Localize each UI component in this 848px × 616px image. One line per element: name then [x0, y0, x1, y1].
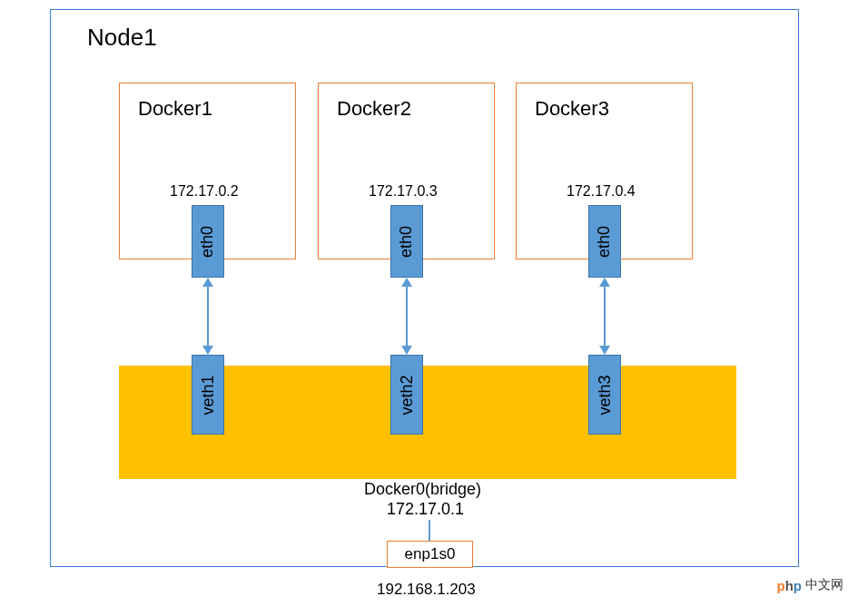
php-logo-icon: php [776, 578, 802, 593]
bridge-ip: 172.17.0.1 [387, 500, 464, 519]
eth0-label: eth0 [199, 225, 218, 257]
veth-label: veth2 [398, 375, 417, 415]
watermark-text: 中文网 [805, 577, 843, 593]
link-arrow-3 [604, 287, 606, 346]
container-ip: 172.17.0.4 [567, 183, 636, 200]
veth-label: veth1 [199, 375, 218, 415]
veth2-box: veth2 [390, 355, 423, 435]
container-title: Docker3 [535, 97, 609, 121]
arrow-down-icon [202, 346, 213, 355]
host-ip: 192.168.1.203 [377, 581, 476, 599]
watermark: php 中文网 [776, 577, 843, 593]
eth0-box-2: eth0 [390, 205, 423, 278]
link-arrow-2 [406, 287, 408, 346]
arrow-up-icon [599, 278, 610, 287]
eth0-label: eth0 [398, 225, 417, 257]
veth3-box: veth3 [588, 355, 621, 435]
arrow-down-icon [599, 346, 610, 355]
veth1-box: veth1 [192, 355, 224, 435]
container-title: Docker2 [337, 97, 411, 121]
eth0-label: eth0 [596, 225, 615, 257]
container-ip: 172.17.0.2 [170, 183, 239, 200]
host-interface: enp1s0 [387, 541, 473, 568]
container-ip: 172.17.0.3 [369, 183, 438, 200]
node-box: Node1 Docker1 172.17.0.2 eth0 Docker2 17… [50, 9, 799, 567]
bridge-host-link [429, 520, 430, 541]
eth0-box-3: eth0 [588, 205, 621, 278]
link-arrow-1 [207, 287, 209, 346]
container-title: Docker1 [138, 97, 212, 121]
arrow-down-icon [401, 346, 412, 355]
bridge-label: Docker0(bridge) [364, 480, 481, 499]
node-title: Node1 [87, 24, 157, 52]
veth-label: veth3 [596, 375, 615, 415]
arrow-up-icon [401, 278, 412, 287]
eth0-box-1: eth0 [192, 205, 224, 278]
arrow-up-icon [202, 278, 213, 287]
